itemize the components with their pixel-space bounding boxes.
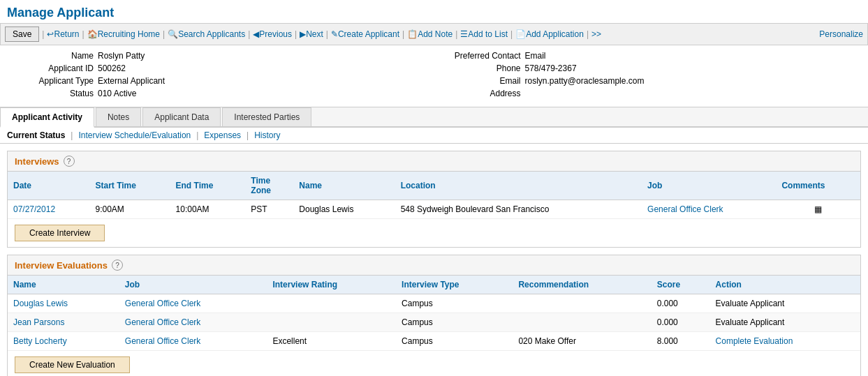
info-right: Preferred Contact Email Phone 578/479-23…	[434, 51, 862, 101]
tab-applicant-data[interactable]: Applicant Data	[142, 107, 221, 126]
interview-timezone: PST	[245, 200, 293, 219]
evaluations-panel: Interview Evaluations ? Name Job Intervi…	[7, 255, 861, 376]
eval-type: Campus	[396, 313, 513, 332]
eval-job[interactable]: General Office Clerk	[119, 313, 267, 332]
save-button[interactable]: Save	[5, 27, 39, 42]
interview-comments[interactable]: ▦	[776, 200, 860, 219]
tab-applicant-activity[interactable]: Applicant Activity	[0, 107, 94, 128]
toolbar: Save | ↩ Return | 🏠 Recruiting Home | 🔍 …	[0, 23, 868, 45]
col-name: Name	[293, 172, 395, 200]
tab-notes[interactable]: Notes	[96, 107, 141, 126]
create-evaluation-button[interactable]: Create New Evaluation	[15, 356, 130, 373]
interview-start-time: 9:00AM	[90, 200, 170, 219]
recruiting-home-link[interactable]: Recruiting Home	[98, 29, 160, 39]
sep-7: |	[402, 29, 404, 39]
main-tabs: Applicant Activity Notes Applicant Data …	[0, 107, 868, 128]
create-interview-button[interactable]: Create Interview	[15, 225, 105, 241]
sep-4: |	[248, 29, 250, 39]
eval-job[interactable]: General Office Clerk	[119, 332, 267, 351]
next-icon: ▶	[300, 29, 306, 39]
create-applicant-link[interactable]: Create Applicant	[338, 29, 399, 39]
next-link[interactable]: Next	[306, 29, 323, 39]
interview-date[interactable]: 07/27/2012	[8, 200, 90, 219]
eval-rating	[267, 294, 396, 313]
return-link[interactable]: Return	[54, 29, 79, 39]
info-left: Name Roslyn Patty Applicant ID 500262 Ap…	[7, 51, 434, 101]
eval-name[interactable]: Jean Parsons	[8, 313, 119, 332]
eval-score: 0.000	[652, 313, 710, 332]
sub-sep-2: |	[196, 130, 198, 140]
eval-job[interactable]: General Office Clerk	[119, 294, 267, 313]
interviews-help-icon[interactable]: ?	[64, 156, 75, 167]
sub-tab-interview-schedule[interactable]: Interview Schedule/Evaluation	[78, 130, 191, 140]
name-label: Name	[7, 51, 98, 61]
create-interview-row: Create Interview	[8, 219, 860, 247]
eval-action-cell: Evaluate Applicant	[710, 294, 860, 313]
note-icon: 📋	[407, 29, 418, 39]
interview-name: Douglas Lewis	[293, 200, 395, 219]
search-icon: 🔍	[168, 29, 178, 39]
home-icon: 🏠	[87, 29, 98, 39]
table-row: 07/27/2012 9:00AM 10:00AM PST Douglas Le…	[8, 200, 860, 219]
eval-type: Campus	[396, 332, 513, 351]
interviews-table: Date Start Time End Time TimeZone Name L…	[8, 172, 860, 219]
address-label: Address	[434, 89, 525, 98]
phone-label: Phone	[434, 63, 525, 73]
create-evaluation-row: Create New Evaluation	[8, 351, 860, 376]
sub-tab-history[interactable]: History	[254, 130, 280, 140]
interviews-header: Interviews ?	[8, 151, 860, 172]
sep-3: |	[163, 29, 165, 39]
add-note-link[interactable]: Add Note	[418, 29, 453, 39]
eval-col-type: Interview Type	[396, 276, 513, 294]
tab-interested-parties[interactable]: Interested Parties	[222, 107, 311, 126]
eval-score: 0.000	[652, 294, 710, 313]
preferred-contact-row: Preferred Contact Email	[434, 51, 862, 61]
eval-recommendation	[513, 294, 651, 313]
phone-row: Phone 578/479-2367	[434, 63, 862, 73]
app-icon: 📄	[515, 29, 526, 39]
return-icon: ↩	[47, 29, 54, 39]
interview-job[interactable]: General Office Clerk	[642, 200, 776, 219]
preferred-contact-label: Preferred Contact	[434, 51, 525, 61]
personalize-link[interactable]: Personalize	[819, 29, 863, 39]
preferred-contact-value: Email	[525, 51, 546, 61]
interview-location: 548 Sydweigh Boulevard San Francisco	[395, 200, 642, 219]
col-comments: Comments	[776, 172, 860, 200]
col-date: Date	[8, 172, 90, 200]
search-applicants-link[interactable]: Search Applicants	[178, 29, 245, 39]
col-end-time: End Time	[170, 172, 246, 200]
status-row: Status 010 Active	[7, 89, 434, 98]
sub-tab-current-status[interactable]: Current Status	[7, 130, 65, 140]
interview-end-time: 10:00AM	[170, 200, 246, 219]
previous-link[interactable]: Previous	[259, 29, 292, 39]
sep-9: |	[510, 29, 513, 39]
sep-8: |	[455, 29, 457, 39]
type-value: External Applicant	[98, 76, 165, 86]
email-value: roslyn.patty@oraclesample.com	[525, 76, 645, 86]
prev-icon: ◀	[253, 29, 259, 39]
eval-col-job: Job	[119, 276, 267, 294]
create-icon: ✎	[331, 29, 338, 39]
table-row: Douglas Lewis General Office Clerk Campu…	[8, 294, 860, 313]
eval-col-recommendation: Recommendation	[513, 276, 651, 294]
eval-action-cell: Evaluate Applicant	[710, 313, 860, 332]
eval-name[interactable]: Betty Locherty	[8, 332, 119, 351]
eval-col-action: Action	[710, 276, 860, 294]
evaluations-help-icon[interactable]: ?	[112, 260, 123, 271]
add-application-link[interactable]: Add Application	[526, 29, 584, 39]
status-label: Status	[7, 89, 98, 98]
name-row: Name Roslyn Patty	[7, 51, 434, 61]
eval-rating	[267, 313, 396, 332]
evaluations-header-row: Name Job Interview Rating Interview Type…	[8, 276, 860, 294]
eval-action: Evaluate Applicant	[716, 299, 785, 308]
sub-tab-expenses[interactable]: Expenses	[204, 130, 241, 140]
add-to-list-link[interactable]: Add to List	[468, 29, 508, 39]
id-value: 500262	[98, 63, 126, 73]
eval-action[interactable]: Complete Evaluation	[716, 336, 793, 346]
email-label: Email	[434, 76, 525, 86]
more-link[interactable]: >>	[591, 29, 601, 39]
eval-score: 8.000	[652, 332, 710, 351]
eval-rating: Excellent	[267, 332, 396, 351]
phone-value: 578/479-2367	[525, 63, 577, 73]
eval-name[interactable]: Douglas Lewis	[8, 294, 119, 313]
